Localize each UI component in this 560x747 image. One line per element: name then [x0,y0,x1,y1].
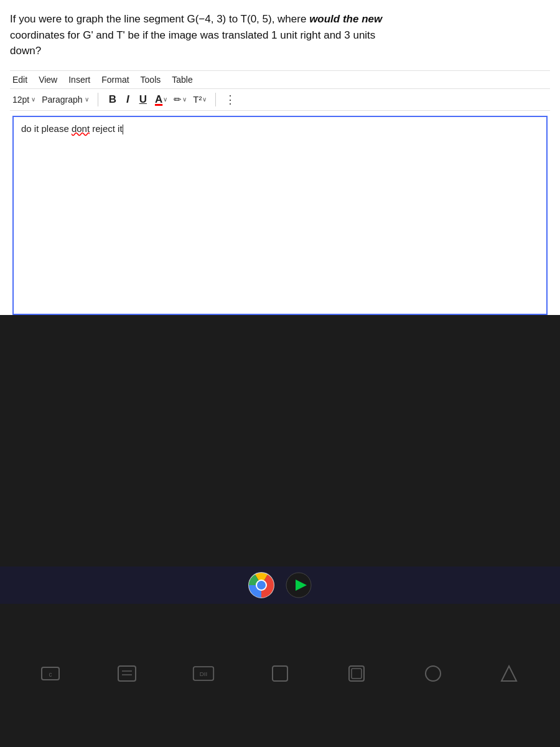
question-italic: would the new [309,13,382,25]
highlight-button[interactable]: ✏ ∨ [174,94,187,105]
font-color-chevron: ∨ [163,96,167,103]
highlight-chevron: ∨ [182,96,187,103]
svg-rect-14 [352,669,362,679]
svg-rect-7 [118,666,136,681]
menu-edit[interactable]: Edit [12,75,27,85]
paragraph-style-chevron: ∨ [85,96,89,103]
font-size-select[interactable]: 12pt ∨ [12,95,35,105]
superscript-chevron: ∨ [202,96,207,103]
svg-rect-12 [273,666,287,681]
svg-text:c: c [49,671,52,678]
font-color-button[interactable]: A ∨ [155,93,167,106]
question-line2: coordinates for G' and T' be if the imag… [10,29,375,41]
menu-table[interactable]: Table [172,75,192,85]
content-area: If you were to graph the line segment G(… [0,0,560,315]
more-options-button[interactable]: ⋮ [225,93,236,106]
paragraph-style-value: Paragraph [42,95,82,105]
toolbar: 12pt ∨ Paragraph ∨ B I U A ∨ ✏ ∨ T² ∨ [10,88,550,111]
superscript-label: T² [193,94,202,105]
menu-tools[interactable]: Tools [141,75,161,85]
keyboard-icon-2[interactable] [116,662,138,685]
keyboard-icon-1[interactable]: c [39,662,62,685]
italic-button[interactable]: I [124,93,131,106]
menu-view[interactable]: View [39,75,57,85]
svg-marker-16 [502,666,516,681]
question-line1: If you were to graph the line segment G(… [10,13,309,25]
editor-underlined-word: dont [72,123,90,134]
editor-text-before: do it please [21,123,72,134]
bottom-icons-row: c DII [0,662,560,685]
svg-point-2 [257,581,266,590]
menu-format[interactable]: Format [101,75,129,85]
toolbar-separator-2 [215,93,216,106]
font-size-chevron: ∨ [31,96,35,103]
font-size-value: 12pt [12,95,29,105]
question-line3: down? [10,45,41,57]
text-cursor [123,125,123,134]
keyboard-icon-5[interactable] [345,662,368,685]
taskbar [0,566,560,604]
keyboard-icon-3[interactable]: DII [192,662,215,685]
chrome-icon[interactable] [248,571,275,599]
superscript-button[interactable]: T² ∨ [193,94,207,105]
editor-text-after: reject it [90,123,123,134]
svg-text:DII: DII [200,671,208,678]
bold-button[interactable]: B [107,93,118,106]
toolbar-separator-1 [98,93,98,106]
play-icon[interactable] [285,571,312,599]
keyboard-icon-4[interactable] [269,662,291,685]
keyboard-icon-6[interactable] [422,662,444,685]
highlight-icon: ✏ [174,94,182,105]
question-text: If you were to graph the line segment G(… [10,11,550,59]
underline-button[interactable]: U [138,93,149,106]
paragraph-style-select[interactable]: Paragraph ∨ [42,95,88,105]
font-color-label: A [155,93,162,106]
editor-area[interactable]: do it please dont reject it [12,116,548,315]
menu-bar: Edit View Insert Format Tools Table [10,70,550,88]
editor-content[interactable]: do it please dont reject it [21,123,539,134]
menu-insert[interactable]: Insert [68,75,90,85]
keyboard-icon-7[interactable] [498,662,520,685]
svg-rect-15 [426,666,441,681]
